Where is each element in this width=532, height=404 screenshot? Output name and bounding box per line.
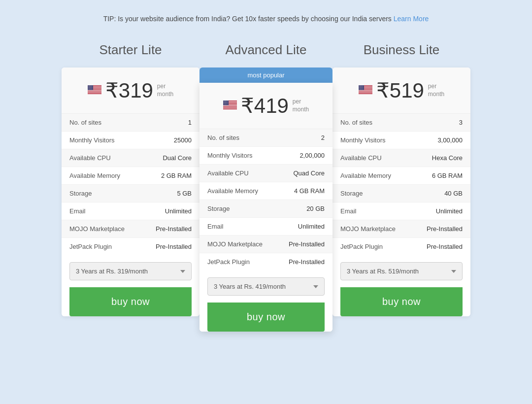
svg-point-146 <box>362 85 363 86</box>
feature-value: Quad Core <box>293 169 325 177</box>
svg-point-103 <box>226 102 226 103</box>
feature-row: No. of sites 1 <box>62 114 200 132</box>
feature-row: JetPack Plugin Pre-Installed <box>200 253 332 270</box>
svg-point-187 <box>360 89 360 90</box>
svg-point-79 <box>224 101 225 101</box>
svg-point-48 <box>89 88 89 89</box>
feature-label: Monthly Visitors <box>207 152 299 159</box>
feature-label: Storage <box>69 190 177 197</box>
svg-point-122 <box>223 104 224 105</box>
feature-label: Email <box>207 223 298 230</box>
svg-point-116 <box>228 103 228 104</box>
feature-value: 40 GB <box>444 190 463 197</box>
svg-point-53 <box>88 89 89 89</box>
feature-value: Hexa Core <box>432 154 463 162</box>
svg-point-34 <box>91 87 91 87</box>
plan-select-business-lite[interactable]: 3 Years at Rs. 519/month <box>340 262 463 280</box>
feature-label: Available CPU <box>207 169 293 177</box>
svg-point-97 <box>225 102 226 102</box>
features-table: No. of sites 2 Monthly Visitors 2,00,000… <box>200 129 332 270</box>
svg-point-54 <box>89 89 90 89</box>
svg-point-80 <box>225 101 225 101</box>
svg-point-185 <box>363 89 363 89</box>
svg-point-127 <box>228 104 228 105</box>
feature-value: 1 <box>188 119 192 126</box>
svg-point-35 <box>92 87 92 87</box>
svg-point-87 <box>226 101 227 101</box>
price-amount: ₹419 <box>241 94 289 118</box>
svg-point-91 <box>225 101 225 102</box>
svg-point-154 <box>360 86 360 87</box>
svg-point-159 <box>359 87 360 87</box>
svg-rect-76 <box>223 108 237 109</box>
svg-point-174 <box>363 88 363 88</box>
svg-point-23 <box>91 86 91 86</box>
plan-column-starter-lite: Starter Lite ₹319 permonth <box>62 42 200 316</box>
svg-rect-140 <box>359 93 372 94</box>
svg-point-126 <box>227 104 227 105</box>
plan-footer: 3 Years at Rs. 419/month buy now <box>200 270 332 332</box>
feature-value: 20 GB <box>306 205 325 212</box>
svg-point-176 <box>360 88 360 89</box>
svg-point-112 <box>224 103 225 104</box>
feature-label: MOJO Marketplace <box>340 225 427 233</box>
svg-point-190 <box>362 89 363 90</box>
buy-now-button-advanced-lite[interactable]: buy now <box>207 303 325 332</box>
svg-point-124 <box>225 104 225 105</box>
svg-point-55 <box>90 89 90 89</box>
svg-point-19 <box>92 85 93 86</box>
feature-row: Monthly Visitors 2,00,000 <box>200 147 332 165</box>
feature-value: Pre-Installed <box>289 258 325 266</box>
svg-rect-7 <box>88 90 101 90</box>
plan-select-advanced-lite[interactable]: 3 Years at Rs. 419/month <box>207 277 325 296</box>
most-popular-badge: most popular <box>200 67 332 83</box>
feature-label: Storage <box>340 190 444 197</box>
svg-rect-73 <box>223 106 237 107</box>
svg-point-85 <box>225 101 225 101</box>
svg-point-148 <box>359 86 360 86</box>
feature-value: Pre-Installed <box>156 243 192 250</box>
svg-point-26 <box>89 86 89 87</box>
feature-value: 3,00,000 <box>437 136 463 144</box>
svg-point-181 <box>359 89 360 89</box>
feature-row: JetPack Plugin Pre-Installed <box>62 238 200 255</box>
svg-point-30 <box>92 86 93 87</box>
svg-rect-74 <box>223 107 237 107</box>
svg-rect-137 <box>359 91 372 92</box>
svg-point-178 <box>361 88 362 89</box>
svg-point-151 <box>362 86 362 86</box>
svg-point-171 <box>360 88 361 88</box>
plan-select-starter-lite[interactable]: 3 Years at Rs. 319/month <box>69 262 192 280</box>
svg-point-117 <box>224 104 224 104</box>
svg-point-49 <box>89 88 90 89</box>
svg-point-102 <box>225 102 225 103</box>
feature-value: Unlimited <box>165 207 192 215</box>
feature-row: JetPack Plugin Pre-Installed <box>332 238 470 255</box>
svg-point-166 <box>360 87 361 88</box>
svg-point-142 <box>359 85 359 86</box>
svg-point-160 <box>360 87 361 87</box>
feature-value: Unlimited <box>298 223 325 230</box>
svg-rect-138 <box>359 92 372 92</box>
svg-point-108 <box>225 103 226 103</box>
svg-point-143 <box>360 85 360 86</box>
svg-point-52 <box>92 88 93 89</box>
svg-point-106 <box>224 103 224 103</box>
svg-point-107 <box>225 103 225 103</box>
svg-point-180 <box>363 88 364 89</box>
features-table: No. of sites 3 Monthly Visitors 3,00,000… <box>332 114 470 255</box>
svg-point-168 <box>362 87 363 88</box>
learn-more-link[interactable]: Learn More <box>394 15 429 23</box>
per-month: permonth <box>428 83 444 98</box>
feature-row: Available CPU Hexa Core <box>332 149 470 167</box>
buy-now-button-business-lite[interactable]: buy now <box>340 287 463 316</box>
plan-column-business-lite: Business Lite ₹519 permonth <box>332 42 470 316</box>
svg-point-83 <box>228 101 228 101</box>
buy-now-button-starter-lite[interactable]: buy now <box>69 287 192 316</box>
price-section: ₹319 permonth <box>62 67 200 114</box>
feature-label: Storage <box>207 205 306 212</box>
svg-point-37 <box>89 87 89 88</box>
svg-point-173 <box>362 88 362 88</box>
svg-rect-72 <box>223 106 237 106</box>
feature-row: No. of sites 2 <box>200 129 332 147</box>
